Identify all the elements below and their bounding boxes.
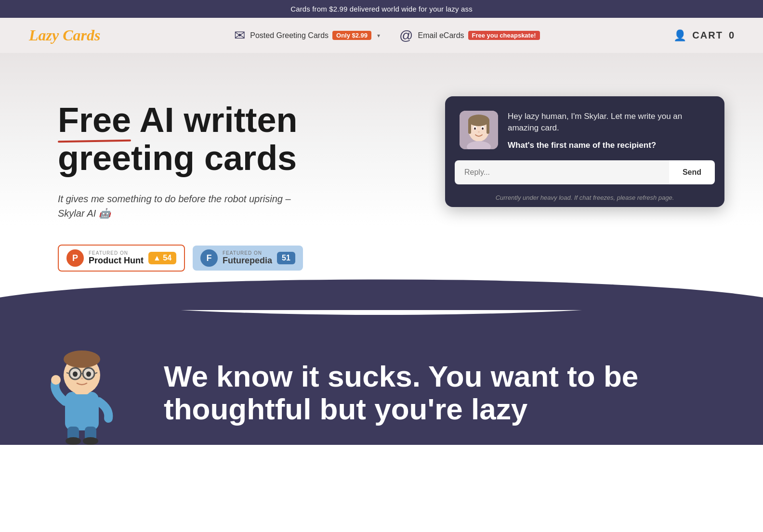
main-nav: ✉ Posted Greeting Cards Only $2.99 ▾ @ E… xyxy=(234,27,539,43)
nav-ecards-text: Email eCards Free you cheapskate! xyxy=(418,31,540,40)
svg-rect-4 xyxy=(487,119,489,134)
chat-reply-input[interactable] xyxy=(455,160,669,184)
bottom-heading-line2: thoughtful but you're lazy xyxy=(164,392,527,426)
hero-subtitle: It gives me something to do before the r… xyxy=(58,192,308,221)
hero-title: Free AI writtengreeting cards xyxy=(58,101,308,177)
nav-ecards-row: Email eCards Free you cheapskate! xyxy=(418,31,540,40)
svg-point-7 xyxy=(474,128,476,130)
svg-rect-11 xyxy=(65,392,99,430)
product-hunt-badge[interactable]: P FEATURED ON Product Hunt ▲ 54 xyxy=(58,245,185,272)
bottom-section: We know it sucks. You want to be thought… xyxy=(0,300,763,445)
chat-send-button[interactable]: Send xyxy=(669,160,715,184)
ecards-label: Email eCards xyxy=(418,31,464,40)
ecards-badge: Free you cheapskate! xyxy=(468,31,540,40)
fp-name: Futurepedia xyxy=(223,256,272,266)
svg-point-14 xyxy=(64,350,100,368)
nav-email-ecards[interactable]: @ Email eCards Free you cheapskate! xyxy=(399,28,539,43)
bottom-heading: We know it sucks. You want to be thought… xyxy=(164,360,724,426)
envelope-icon: ✉ xyxy=(234,27,245,43)
top-banner: Cards from $2.99 delivered world wide fo… xyxy=(0,0,763,18)
at-icon: @ xyxy=(399,28,413,43)
wave-divider xyxy=(0,272,763,310)
chat-body: Hey lazy human, I'm Skylar. Let me write… xyxy=(445,96,724,160)
ph-featured-label: FEATURED ON xyxy=(89,250,144,256)
svg-point-22 xyxy=(80,377,83,379)
hero-title-free: Free xyxy=(58,101,131,139)
ph-text: FEATURED ON Product Hunt xyxy=(89,250,144,266)
bottom-character xyxy=(39,339,135,445)
posted-cards-badge: Only $2.99 xyxy=(332,31,371,40)
fp-count: 51 xyxy=(277,252,295,264)
nav-posted-cards-row: Posted Greeting Cards Only $2.99 ▾ xyxy=(250,31,380,40)
futurepedia-icon: F xyxy=(200,249,218,267)
ph-count: ▲ 54 xyxy=(148,252,176,264)
chat-input-row: Send xyxy=(445,160,724,194)
hero-left: Free AI writtengreeting cards It gives m… xyxy=(58,91,308,272)
cart-label: CART xyxy=(692,30,723,41)
svg-point-20 xyxy=(73,372,78,377)
svg-point-26 xyxy=(66,437,81,445)
skylar-face-svg xyxy=(460,111,498,149)
svg-rect-3 xyxy=(468,119,471,134)
site-logo[interactable]: Lazy Cards xyxy=(29,26,100,44)
product-hunt-icon: P xyxy=(66,249,84,267)
banner-text: Cards from $2.99 delivered world wide fo… xyxy=(290,5,473,13)
svg-point-8 xyxy=(482,128,484,130)
cart-count: 0 xyxy=(729,30,734,41)
nav-posted-cards[interactable]: ✉ Posted Greeting Cards Only $2.99 ▾ xyxy=(234,27,380,43)
svg-point-21 xyxy=(86,372,91,377)
ph-name: Product Hunt xyxy=(89,256,144,266)
header: Lazy Cards ✉ Posted Greeting Cards Only … xyxy=(0,18,763,53)
chat-message1: Hey lazy human, I'm Skylar. Let me write… xyxy=(508,111,710,134)
posted-cards-label: Posted Greeting Cards xyxy=(250,31,329,40)
character-svg xyxy=(39,339,125,445)
posted-cards-dropdown-arrow[interactable]: ▾ xyxy=(377,32,380,39)
chat-message2: What's the first name of the recipient? xyxy=(508,140,710,151)
bottom-heading-line1: We know it sucks. You want to be xyxy=(164,360,638,393)
futurepedia-badge[interactable]: F FEATURED ON Futurepedia 51 xyxy=(193,246,303,271)
nav-posted-cards-text: Posted Greeting Cards Only $2.99 ▾ xyxy=(250,31,380,40)
fp-featured-label: FEATURED ON xyxy=(223,250,272,256)
chat-widget: Hey lazy human, I'm Skylar. Let me write… xyxy=(445,96,724,207)
svg-point-9 xyxy=(478,131,480,133)
svg-point-23 xyxy=(51,375,61,385)
hero-section: Free AI writtengreeting cards It gives m… xyxy=(0,53,763,300)
chat-notice: Currently under heavy load. If chat free… xyxy=(445,194,724,207)
fp-text: FEATURED ON Futurepedia xyxy=(223,250,272,266)
cart-button[interactable]: 👤 CART 0 xyxy=(673,29,734,42)
user-icon: 👤 xyxy=(673,29,686,42)
badges-row: P FEATURED ON Product Hunt ▲ 54 F FEATUR… xyxy=(58,245,308,272)
bottom-text: We know it sucks. You want to be thought… xyxy=(164,360,724,445)
chat-text: Hey lazy human, I'm Skylar. Let me write… xyxy=(508,111,710,151)
skylar-avatar xyxy=(460,111,498,149)
svg-point-27 xyxy=(83,437,98,445)
svg-point-2 xyxy=(468,115,489,126)
